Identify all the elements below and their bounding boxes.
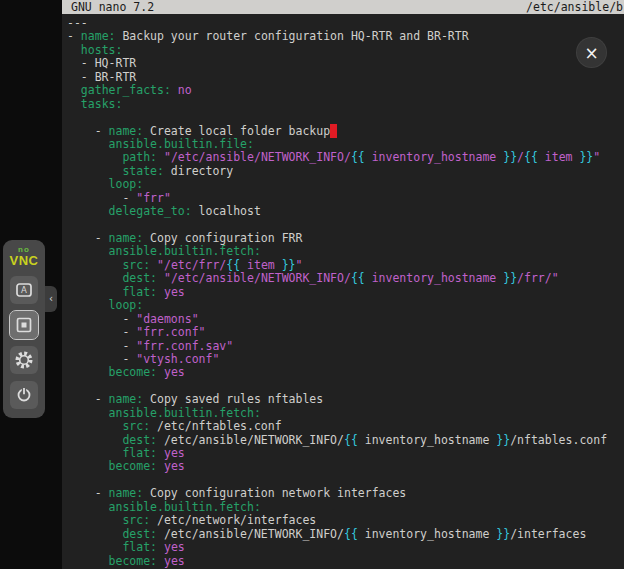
terminal-window[interactable]: GNU nano 7.2 /etc/ansible/b ---- name: B… — [62, 0, 624, 569]
editor-line: ansible.builtin.fetch: — [67, 501, 624, 514]
editor-line — [67, 219, 624, 232]
editor-line: - name: Create local folder backup — [67, 125, 624, 138]
settings-button[interactable] — [10, 346, 38, 374]
editor-line — [67, 111, 624, 124]
editor-line: loop: — [67, 178, 624, 191]
editor-line: state: directory — [67, 165, 624, 178]
editor-line: - "frr.conf" — [67, 326, 624, 339]
editor-line: gather_facts: no — [67, 84, 624, 97]
editor-line: dest: /etc/ansible/NETWORK_INFO/{{ inven… — [67, 434, 624, 447]
editor-line: - name: Copy saved rules nftables — [67, 393, 624, 406]
novnc-logo: no VNC — [10, 246, 39, 267]
editor-line: dest: "/etc/ansible/NETWORK_INFO/{{ inve… — [67, 272, 624, 285]
editor-line: src: /etc/nftables.conf — [67, 420, 624, 433]
control-bar-handle[interactable]: ‹ — [45, 286, 57, 312]
keyboard-icon: A — [14, 280, 34, 300]
nano-filename: /etc/ansible/b — [526, 0, 623, 14]
editor-line — [67, 380, 624, 393]
editor-line: - BR-RTR — [67, 71, 624, 84]
editor-line: ansible.builtin.file: — [67, 138, 624, 151]
editor-lines: ---- name: Backup your router configurat… — [62, 14, 624, 568]
editor-line: - "frr" — [67, 192, 624, 205]
editor-line: - "frr.conf.sav" — [67, 340, 624, 353]
close-icon: × — [584, 43, 598, 63]
nano-titlebar: GNU nano 7.2 /etc/ansible/b — [62, 0, 624, 14]
fullscreen-button[interactable] — [10, 311, 38, 339]
novnc-logo-vnc: VNC — [10, 254, 39, 267]
editor-line: loop: — [67, 299, 624, 312]
power-button[interactable] — [10, 381, 38, 409]
svg-text:A: A — [21, 285, 27, 295]
editor-line: dest: /etc/ansible/NETWORK_INFO/{{ inven… — [67, 528, 624, 541]
editor-line: become: yes — [67, 366, 624, 379]
editor-line: - HQ-RTR — [67, 57, 624, 70]
gear-icon — [14, 350, 34, 370]
chevron-left-icon: ‹ — [49, 293, 53, 304]
nano-version: GNU nano 7.2 — [71, 0, 154, 14]
editor-line — [67, 474, 624, 487]
editor-line: become: yes — [67, 555, 624, 568]
editor-line: tasks: — [67, 98, 624, 111]
editor-line: - name: Backup your router configuration… — [67, 30, 624, 43]
editor-line: - "vtysh.conf" — [67, 353, 624, 366]
vnc-control-bar: no VNC A — [3, 240, 45, 418]
editor-line: flat: yes — [67, 541, 624, 554]
power-icon — [14, 385, 34, 405]
fullscreen-icon — [14, 315, 34, 335]
editor-line: hosts: — [67, 44, 624, 57]
editor-line: delegate_to: localhost — [67, 205, 624, 218]
editor-line: become: yes — [67, 460, 624, 473]
editor-line: src: "/etc/frr/{{ item }}" — [67, 259, 624, 272]
keyboard-button[interactable]: A — [10, 276, 38, 304]
editor-line: ansible.builtin.fetch: — [67, 407, 624, 420]
close-button[interactable]: × — [577, 38, 606, 67]
editor-line: - name: Copy configuration FRR — [67, 232, 624, 245]
editor-line: path: "/etc/ansible/NETWORK_INFO/{{ inve… — [67, 151, 624, 164]
editor-line: flat: yes — [67, 447, 624, 460]
editor-line: ansible.builtin.fetch: — [67, 245, 624, 258]
editor-line: - name: Copy configuration network inter… — [67, 487, 624, 500]
editor-line: flat: yes — [67, 286, 624, 299]
editor-line: src: /etc/network/interfaces — [67, 514, 624, 527]
editor-line: --- — [67, 17, 624, 30]
editor-line: - "daemons" — [67, 313, 624, 326]
